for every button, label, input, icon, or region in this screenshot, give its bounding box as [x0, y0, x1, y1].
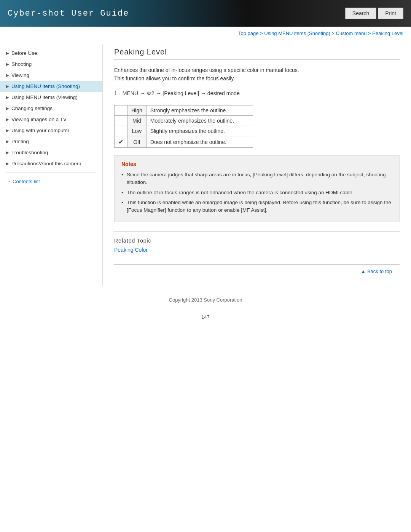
breadcrumb-custom-menu[interactable]: Custom menu — [336, 30, 367, 36]
table-row: ✔ Off Does not emphasize the outline. — [115, 136, 253, 148]
description-line2: This function allows you to confirm the … — [114, 74, 400, 83]
header-buttons: Search Print — [345, 8, 403, 19]
list-item: The outline of in-focus ranges is not en… — [121, 189, 392, 197]
sidebar-item-using-computer[interactable]: ▶ Using with your computer — [0, 125, 102, 136]
arrow-icon: ▶ — [6, 150, 9, 155]
back-to-top-label: Back to top — [367, 268, 392, 274]
sidebar-item-printing[interactable]: ▶ Printing — [0, 136, 102, 147]
arrow-icon: ▶ — [6, 106, 9, 110]
breadcrumb-menu-shooting[interactable]: Using MENU items (Shooting) — [264, 30, 330, 36]
sidebar-item-before-use[interactable]: ▶ Before Use — [0, 48, 102, 59]
sidebar: ▶ Before Use ▶ Shooting ▶ Viewing ▶ Usin… — [0, 44, 103, 286]
sidebar-item-label: Troubleshooting — [11, 150, 48, 155]
sidebar-item-label: Changing settings — [11, 105, 53, 111]
table-description: Slightly emphasizes the outline. — [146, 126, 253, 136]
arrow-icon: ▶ — [6, 117, 9, 121]
table-checkmark: ✔ — [115, 136, 127, 148]
related-topic-section: Related Topic Peaking Color — [114, 231, 400, 253]
sidebar-item-viewing[interactable]: ▶ Viewing — [0, 70, 102, 81]
sidebar-item-label: Shooting — [11, 61, 32, 67]
sidebar-item-label: Using with your computer — [11, 128, 69, 133]
page-title: Peaking Level — [114, 48, 400, 60]
contents-list-label: Contents list — [13, 179, 40, 184]
arrow-icon: ▶ — [6, 95, 9, 99]
table-indicator — [115, 116, 127, 126]
table-level: Mid — [127, 116, 147, 126]
notes-box: Notes Since the camera judges that sharp… — [114, 155, 400, 222]
sidebar-item-label: Printing — [11, 139, 29, 144]
footer-bar: ▲ Back to top — [114, 264, 400, 274]
sidebar-item-using-menu-viewing[interactable]: ▶ Using MENU items (Viewing) — [0, 92, 102, 103]
arrow-icon: ▶ — [6, 51, 9, 55]
related-topic-label: Related Topic — [114, 238, 400, 244]
sidebar-item-precautions[interactable]: ▶ Precautions/About this camera — [0, 158, 102, 169]
table-description: Moderately emphasizes the outline. — [146, 116, 253, 126]
sidebar-divider — [6, 172, 96, 173]
table-description: Does not emphasize the outline. — [146, 136, 253, 148]
page-header: Cyber-shot User Guide Search Print — [0, 0, 411, 27]
main-content: Peaking Level Enhances the outline of in… — [103, 44, 411, 286]
sidebar-item-using-menu-shooting[interactable]: ▶ Using MENU items (Shooting) — [0, 81, 102, 92]
peaking-color-link[interactable]: Peaking Color — [114, 247, 148, 253]
sidebar-item-label: Viewing — [11, 72, 29, 78]
notes-list: Since the camera judges that sharp areas… — [121, 171, 392, 214]
notes-title: Notes — [121, 161, 392, 167]
table-indicator — [115, 105, 127, 116]
arrow-icon: ▶ — [6, 73, 9, 77]
sidebar-item-label: Using MENU items (Viewing) — [11, 94, 78, 100]
contents-list-link[interactable]: → Contents list — [0, 176, 102, 187]
main-layout: ▶ Before Use ▶ Shooting ▶ Viewing ▶ Usin… — [0, 40, 411, 289]
copyright-text: Copyright 2013 Sony Corporation — [169, 297, 242, 303]
table-description: Strongly emphasizes the outline. — [146, 105, 253, 116]
site-title: Cyber-shot User Guide — [8, 9, 129, 18]
table-row: Low Slightly emphasizes the outline. — [115, 126, 253, 136]
arrow-icon: ▶ — [6, 62, 9, 66]
table-level: Low — [127, 126, 147, 136]
print-button[interactable]: Print — [378, 8, 403, 19]
table-indicator — [115, 126, 127, 136]
peaking-table: High Strongly emphasizes the outline. Mi… — [114, 105, 253, 148]
table-level: Off — [127, 136, 147, 148]
arrow-icon: ▶ — [6, 84, 9, 88]
sidebar-item-label: Viewing images on a TV — [11, 117, 67, 122]
search-button[interactable]: Search — [345, 8, 376, 19]
list-item: Since the camera judges that sharp areas… — [121, 171, 392, 187]
sidebar-item-label: Before Use — [11, 50, 37, 56]
list-item: This function is enabled while an enlarg… — [121, 199, 392, 214]
table-level: High — [127, 105, 147, 116]
arrow-right-icon: → — [6, 179, 11, 184]
arrow-icon: ▶ — [6, 161, 9, 166]
sidebar-item-label: Precautions/About this camera — [11, 161, 81, 166]
table-row: Mid Moderately emphasizes the outline. — [115, 116, 253, 126]
description-line1: Enhances the outline of in-focus ranges … — [114, 66, 400, 74]
description: Enhances the outline of in-focus ranges … — [114, 66, 400, 83]
sidebar-item-changing-settings[interactable]: ▶ Changing settings — [0, 103, 102, 114]
back-to-top-link[interactable]: ▲ Back to top — [361, 268, 392, 274]
instruction: 1．MENU → ⚙2 → [Peaking Level] → desired … — [114, 89, 400, 97]
breadcrumb-top[interactable]: Top page — [238, 30, 259, 36]
page-number: 147 — [0, 310, 411, 324]
arrow-icon: ▶ — [6, 128, 9, 133]
sidebar-item-troubleshooting[interactable]: ▶ Troubleshooting — [0, 147, 102, 158]
table-row: High Strongly emphasizes the outline. — [115, 105, 253, 116]
breadcrumb: Top page > Using MENU items (Shooting) >… — [0, 27, 411, 40]
triangle-up-icon: ▲ — [361, 268, 366, 274]
page-footer: Copyright 2013 Sony Corporation — [0, 289, 411, 310]
sidebar-item-shooting[interactable]: ▶ Shooting — [0, 59, 102, 70]
arrow-icon: ▶ — [6, 139, 9, 144]
sidebar-item-label: Using MENU items (Shooting) — [11, 83, 80, 89]
sidebar-item-viewing-tv[interactable]: ▶ Viewing images on a TV — [0, 114, 102, 125]
breadcrumb-peaking-level[interactable]: Peaking Level — [372, 30, 403, 36]
